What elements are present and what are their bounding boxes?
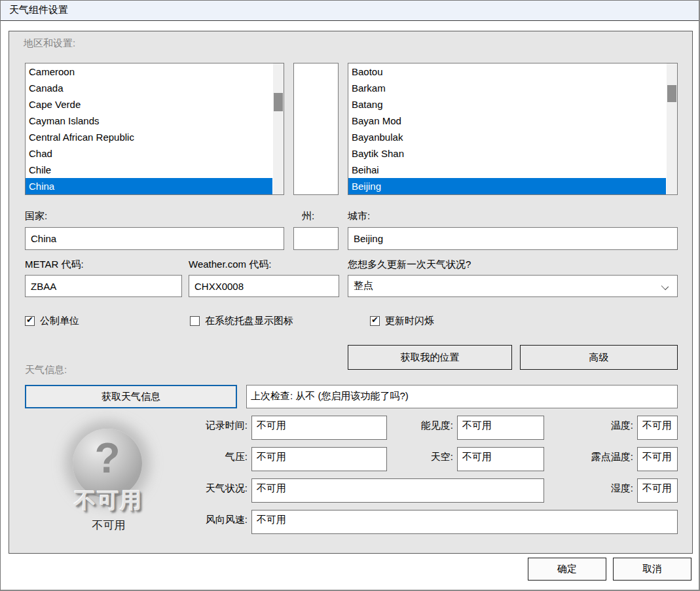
update-frequency-value: 整点 bbox=[354, 279, 373, 292]
sky-label: 天空: bbox=[375, 451, 453, 463]
country-list[interactable]: CameroonCanadaCape VerdeCayman IslandsCe… bbox=[25, 63, 284, 195]
list-item[interactable]: Baytik Shan bbox=[348, 145, 666, 162]
tray-icon-checkbox-box[interactable] bbox=[190, 316, 200, 326]
humidity-field[interactable]: 不可用 bbox=[637, 478, 678, 503]
metric-units-checkbox-label: 公制单位 bbox=[40, 315, 79, 327]
dew-point-field[interactable]: 不可用 bbox=[637, 447, 678, 471]
metar-code-input[interactable] bbox=[25, 275, 182, 297]
titlebar: 天气组件设置 bbox=[1, 1, 699, 21]
list-item[interactable]: Chad bbox=[26, 145, 272, 162]
chevron-down-icon bbox=[661, 283, 669, 290]
list-item[interactable]: Cayman Islands bbox=[26, 113, 272, 129]
humidity-label: 湿度: bbox=[555, 482, 633, 495]
conditions-label: 天气状况: bbox=[169, 482, 248, 495]
country-input[interactable] bbox=[25, 227, 284, 250]
icon-overlay-text: 不可用 bbox=[63, 486, 155, 516]
list-item[interactable]: Cape Verde bbox=[26, 96, 272, 113]
weather-settings-dialog: 天气组件设置 地区和设置: CameroonCanadaCape VerdeCa… bbox=[0, 0, 700, 591]
city-list-items: BaotouBarkamBatangBayan ModBayanbulakBay… bbox=[348, 63, 666, 194]
state-label: 州: bbox=[302, 210, 314, 223]
record-time-label: 记录时间: bbox=[169, 420, 248, 432]
state-input[interactable] bbox=[293, 227, 339, 250]
weather-unavailable-icon: ? 不可用 不可用 bbox=[63, 420, 155, 537]
list-item[interactable]: China bbox=[26, 178, 272, 194]
dialog-title: 天气组件设置 bbox=[9, 4, 68, 16]
pressure-label: 气压: bbox=[169, 451, 248, 463]
metric-units-checkbox[interactable]: 公制单位 bbox=[25, 315, 156, 328]
weather-info-label: 天气信息: bbox=[25, 364, 67, 376]
country-list-scrollbar[interactable] bbox=[273, 63, 284, 194]
list-item[interactable]: Bayanbulak bbox=[348, 129, 666, 145]
metar-code-label: METAR 代码: bbox=[25, 259, 84, 271]
update-frequency-select[interactable]: 整点 bbox=[348, 275, 678, 297]
blink-on-update-checkbox-label: 更新时闪烁 bbox=[385, 315, 434, 327]
city-scrollbar-thumb[interactable] bbox=[667, 85, 676, 102]
temperature-label: 温度: bbox=[555, 420, 633, 432]
weather-com-code-label: Weather.com 代码: bbox=[189, 259, 271, 271]
list-item[interactable]: Beijing bbox=[348, 178, 666, 194]
country-list-items: CameroonCanadaCape VerdeCayman IslandsCe… bbox=[26, 63, 272, 194]
blink-on-update-checkbox[interactable]: 更新时闪烁 bbox=[370, 315, 514, 328]
update-frequency-label: 您想多久更新一次天气状况? bbox=[348, 259, 471, 271]
tray-icon-checkbox-label: 在系统托盘显示图标 bbox=[205, 315, 293, 327]
advanced-button[interactable]: 高级 bbox=[520, 345, 678, 370]
metric-units-checkbox-box[interactable] bbox=[25, 316, 35, 326]
weather-com-code-input[interactable] bbox=[189, 275, 339, 297]
list-item[interactable]: Baotou bbox=[348, 63, 666, 80]
country-label: 国家: bbox=[25, 210, 47, 223]
visibility-field[interactable]: 不可用 bbox=[457, 416, 544, 440]
city-list-scrollbar[interactable] bbox=[667, 63, 677, 194]
dew-point-label: 露点温度: bbox=[555, 451, 633, 463]
cancel-button[interactable]: 取消 bbox=[613, 558, 691, 581]
wind-field[interactable]: 不可用 bbox=[251, 510, 678, 534]
wind-label: 风向风速: bbox=[169, 514, 248, 526]
list-item[interactable]: Bayan Mod bbox=[348, 113, 666, 129]
record-time-field[interactable]: 不可用 bbox=[251, 416, 387, 440]
question-mark-glyph: ? bbox=[73, 434, 142, 482]
list-item[interactable]: Canada bbox=[26, 80, 272, 96]
tray-icon-checkbox[interactable]: 在系统托盘显示图标 bbox=[190, 315, 347, 328]
list-item[interactable]: Batang bbox=[348, 96, 666, 113]
region-settings-label: 地区和设置: bbox=[24, 37, 75, 50]
city-input[interactable] bbox=[348, 227, 678, 250]
last-check-status-field[interactable]: 上次检查: 从不 (您启用该功能了吗?) bbox=[246, 385, 678, 408]
city-label: 城市: bbox=[348, 210, 370, 223]
get-my-location-button[interactable]: 获取我的位置 bbox=[348, 345, 512, 370]
ok-button[interactable]: 确定 bbox=[528, 558, 606, 581]
sky-field[interactable]: 不可用 bbox=[457, 447, 544, 471]
list-item[interactable]: Cameroon bbox=[26, 63, 272, 80]
conditions-field[interactable]: 不可用 bbox=[251, 478, 544, 503]
list-item[interactable]: Beihai bbox=[348, 162, 666, 178]
temperature-field[interactable]: 不可用 bbox=[637, 416, 678, 440]
fetch-weather-button[interactable]: 获取天气信息 bbox=[25, 385, 237, 408]
country-scrollbar-thumb[interactable] bbox=[274, 93, 283, 111]
state-list[interactable] bbox=[293, 63, 339, 195]
pressure-field[interactable]: 不可用 bbox=[251, 447, 387, 471]
blink-on-update-checkbox-box[interactable] bbox=[370, 316, 380, 326]
visibility-label: 能见度: bbox=[375, 420, 453, 432]
list-item[interactable]: Barkam bbox=[348, 80, 666, 96]
list-item[interactable]: Chile bbox=[26, 162, 272, 178]
icon-caption: 不可用 bbox=[63, 518, 155, 533]
city-list[interactable]: BaotouBarkamBatangBayan ModBayanbulakBay… bbox=[348, 63, 678, 195]
list-item[interactable]: Central African Republic bbox=[26, 129, 272, 145]
